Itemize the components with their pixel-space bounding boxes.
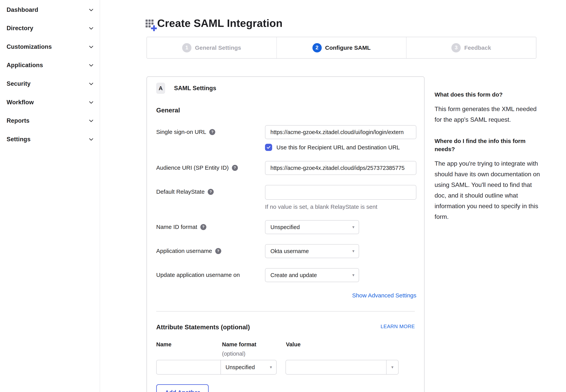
name-id-format-row: Name ID format ? Unspecified ▾ bbox=[156, 220, 415, 234]
help-glyph: ? bbox=[234, 166, 236, 170]
chevron-down-icon bbox=[88, 62, 94, 68]
step-number: 2 bbox=[312, 43, 322, 52]
relay-state-input[interactable] bbox=[265, 185, 416, 200]
application-username-label: Application username bbox=[156, 248, 212, 254]
section-a-badge: A bbox=[156, 83, 165, 94]
help-body-2: The app you're trying to integrate with … bbox=[435, 158, 540, 222]
step-number: 1 bbox=[182, 43, 191, 52]
chevron-down-icon bbox=[88, 136, 94, 142]
relay-state-label-wrap: Default RelayState ? bbox=[156, 185, 265, 195]
sidebar-item-label: Reports bbox=[7, 117, 30, 124]
help-body-1: This form generates the XML needed for t… bbox=[435, 104, 540, 125]
combobox-arrow[interactable]: ▾ bbox=[386, 360, 398, 374]
update-username-label-wrap: Update application username on bbox=[156, 268, 265, 278]
sidebar-item-label: Settings bbox=[7, 136, 30, 143]
help-heading-1: What does this form do? bbox=[435, 91, 540, 99]
relay-state-label: Default RelayState bbox=[156, 188, 205, 195]
general-heading: General bbox=[156, 107, 415, 114]
step-label: Configure SAML bbox=[325, 44, 371, 51]
column-header-value: Value bbox=[286, 341, 301, 348]
add-another-button[interactable]: Add Another bbox=[156, 384, 209, 392]
help-glyph: ? bbox=[202, 225, 204, 229]
sidebar: Dashboard Directory Customizations Appli… bbox=[0, 0, 100, 392]
column-header-name-format-note: (optional) bbox=[222, 350, 245, 357]
audience-uri-row: Audience URI (SP Entity ID) ? bbox=[156, 161, 415, 175]
update-username-row: Update application username on Create an… bbox=[156, 268, 415, 282]
sidebar-item-label: Customizations bbox=[7, 43, 52, 50]
sidebar-item-workflow[interactable]: Workflow bbox=[7, 98, 94, 107]
step-label: General Settings bbox=[195, 44, 241, 51]
sidebar-item-reports[interactable]: Reports bbox=[7, 116, 94, 125]
audience-uri-input[interactable] bbox=[265, 161, 416, 175]
attribute-value-combobox: ▾ bbox=[285, 360, 398, 375]
help-icon[interactable]: ? bbox=[215, 248, 221, 254]
saml-settings-card: A SAML Settings General Single sign-on U… bbox=[146, 76, 424, 392]
step-feedback[interactable]: 3 Feedback bbox=[406, 37, 536, 58]
chevron-down-icon bbox=[88, 44, 94, 50]
audience-uri-label-wrap: Audience URI (SP Entity ID) ? bbox=[156, 161, 265, 171]
step-label: Feedback bbox=[464, 44, 491, 51]
help-glyph: ? bbox=[211, 130, 213, 134]
advanced-settings-row: Show Advanced Settings bbox=[265, 292, 416, 299]
relay-state-hint: If no value is set, a blank RelayState i… bbox=[265, 204, 416, 210]
sidebar-item-directory[interactable]: Directory bbox=[7, 24, 94, 33]
application-username-select[interactable]: Okta username ▾ bbox=[265, 244, 359, 258]
update-username-value: Create and update bbox=[270, 272, 317, 279]
audience-uri-control bbox=[265, 161, 416, 175]
help-icon[interactable]: ? bbox=[232, 165, 238, 171]
attribute-statements-table: Name Name format (optional) Value Unspec… bbox=[156, 341, 415, 392]
attribute-statements-header: Attribute Statements (optional) LEARN MO… bbox=[156, 323, 415, 331]
page: Dashboard Directory Customizations Appli… bbox=[0, 0, 566, 392]
attribute-name-input[interactable] bbox=[156, 360, 221, 375]
dropdown-caret-icon: ▾ bbox=[352, 225, 354, 229]
column-header-name: Name bbox=[156, 341, 171, 348]
attribute-value-input[interactable] bbox=[286, 360, 386, 374]
section-divider bbox=[156, 311, 415, 311]
dropdown-caret-icon: ▾ bbox=[352, 273, 354, 277]
checkmark-icon bbox=[266, 145, 271, 150]
step-general-settings[interactable]: 1 General Settings bbox=[147, 37, 276, 58]
chevron-down-icon bbox=[88, 118, 94, 124]
help-icon[interactable]: ? bbox=[209, 129, 215, 135]
sidebar-item-label: Security bbox=[7, 80, 30, 87]
chevron-down-icon bbox=[88, 7, 94, 13]
attribute-name-format-select[interactable]: Unspecified ▾ bbox=[220, 360, 277, 375]
page-title: Create SAML Integration bbox=[157, 17, 283, 29]
show-advanced-settings-link[interactable]: Show Advanced Settings bbox=[352, 292, 416, 299]
sidebar-item-label: Applications bbox=[7, 62, 43, 69]
card-header: A SAML Settings bbox=[156, 83, 415, 94]
help-heading-2: Where do I find the info this form needs… bbox=[435, 137, 540, 153]
sidebar-item-dashboard[interactable]: Dashboard bbox=[7, 5, 94, 14]
column-header-name-format: Name format bbox=[222, 341, 256, 348]
sso-url-control: Use this for Recipient URL and Destinati… bbox=[265, 125, 416, 151]
sso-url-label-wrap: Single sign-on URL ? bbox=[156, 125, 265, 135]
card-title: SAML Settings bbox=[174, 85, 216, 92]
chevron-down-icon bbox=[88, 81, 94, 87]
sidebar-item-customizations[interactable]: Customizations bbox=[7, 42, 94, 51]
general-form: Single sign-on URL ? Use this for Recipi… bbox=[156, 125, 415, 299]
name-id-format-value: Unspecified bbox=[270, 224, 300, 230]
learn-more-link[interactable]: LEARN MORE bbox=[381, 323, 415, 330]
help-icon[interactable]: ? bbox=[208, 189, 214, 195]
attribute-name-format-value: Unspecified bbox=[226, 364, 255, 371]
sidebar-item-security[interactable]: Security bbox=[7, 79, 94, 88]
name-id-format-label-wrap: Name ID format ? bbox=[156, 220, 265, 230]
sso-url-input[interactable] bbox=[265, 125, 416, 139]
name-id-format-label: Name ID format bbox=[156, 224, 197, 230]
update-username-select[interactable]: Create and update ▾ bbox=[265, 268, 359, 282]
dropdown-caret-icon: ▾ bbox=[352, 249, 354, 253]
help-icon[interactable]: ? bbox=[200, 224, 206, 230]
attribute-statement-row: Unspecified ▾ ▾ bbox=[156, 360, 415, 375]
help-glyph: ? bbox=[217, 249, 219, 253]
sidebar-item-settings[interactable]: Settings bbox=[7, 135, 94, 144]
name-id-format-control: Unspecified ▾ bbox=[265, 220, 415, 234]
step-configure-saml[interactable]: 2 Configure SAML bbox=[276, 37, 406, 58]
sidebar-item-applications[interactable]: Applications bbox=[7, 61, 94, 70]
chevron-down-icon bbox=[88, 25, 94, 31]
recipient-url-checkbox[interactable] bbox=[265, 144, 272, 151]
application-username-control: Okta username ▾ bbox=[265, 244, 415, 258]
update-username-label: Update application username on bbox=[156, 272, 240, 278]
name-id-format-select[interactable]: Unspecified ▾ bbox=[265, 220, 359, 234]
sidebar-item-label: Dashboard bbox=[7, 6, 38, 13]
help-glyph: ? bbox=[210, 190, 212, 194]
